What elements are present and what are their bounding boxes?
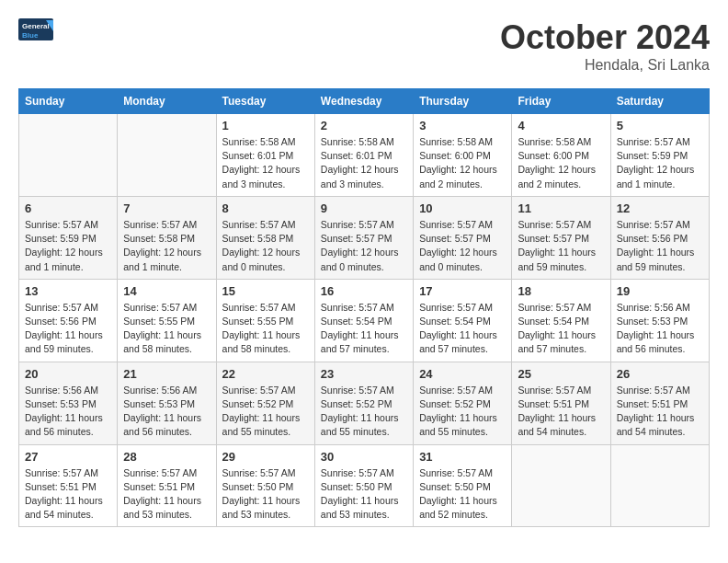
month-title: October 2024 bbox=[500, 18, 710, 57]
day-header: Tuesday bbox=[216, 89, 314, 114]
day-info: Sunrise: 5:57 AM Sunset: 5:51 PM Dayligh… bbox=[123, 466, 210, 523]
calendar-cell: 19Sunrise: 5:56 AM Sunset: 5:53 PM Dayli… bbox=[610, 279, 709, 362]
day-number: 6 bbox=[25, 201, 111, 215]
calendar-cell bbox=[19, 114, 118, 197]
calendar-week: 1Sunrise: 5:58 AM Sunset: 6:01 PM Daylig… bbox=[19, 114, 710, 197]
calendar-cell: 12Sunrise: 5:57 AM Sunset: 5:56 PM Dayli… bbox=[610, 196, 709, 279]
day-info: Sunrise: 5:57 AM Sunset: 5:52 PM Dayligh… bbox=[419, 384, 506, 440]
day-info: Sunrise: 5:58 AM Sunset: 6:00 PM Dayligh… bbox=[419, 135, 506, 191]
day-info: Sunrise: 5:57 AM Sunset: 5:58 PM Dayligh… bbox=[123, 218, 210, 274]
page-header: General Blue October 2024 Hendala, Sri L… bbox=[18, 18, 710, 74]
calendar-cell: 10Sunrise: 5:57 AM Sunset: 5:57 PM Dayli… bbox=[414, 196, 512, 279]
calendar-week: 13Sunrise: 5:57 AM Sunset: 5:56 PM Dayli… bbox=[19, 279, 710, 362]
day-header: Sunday bbox=[19, 89, 118, 114]
day-info: Sunrise: 5:57 AM Sunset: 5:50 PM Dayligh… bbox=[321, 466, 407, 523]
calendar-cell: 15Sunrise: 5:57 AM Sunset: 5:55 PM Dayli… bbox=[216, 279, 314, 362]
day-header: Monday bbox=[118, 89, 216, 114]
calendar-week: 27Sunrise: 5:57 AM Sunset: 5:51 PM Dayli… bbox=[19, 444, 710, 527]
calendar-cell: 2Sunrise: 5:58 AM Sunset: 6:01 PM Daylig… bbox=[314, 114, 413, 197]
calendar-week: 20Sunrise: 5:56 AM Sunset: 5:53 PM Dayli… bbox=[19, 362, 710, 444]
calendar-cell: 4Sunrise: 5:58 AM Sunset: 6:00 PM Daylig… bbox=[512, 114, 610, 197]
day-number: 30 bbox=[321, 450, 407, 464]
day-number: 29 bbox=[222, 450, 309, 464]
day-info: Sunrise: 5:58 AM Sunset: 6:00 PM Dayligh… bbox=[518, 135, 604, 191]
calendar-cell: 23Sunrise: 5:57 AM Sunset: 5:52 PM Dayli… bbox=[314, 362, 413, 444]
calendar-cell: 21Sunrise: 5:56 AM Sunset: 5:53 PM Dayli… bbox=[118, 362, 216, 444]
day-info: Sunrise: 5:58 AM Sunset: 6:01 PM Dayligh… bbox=[321, 135, 407, 191]
day-number: 2 bbox=[321, 119, 407, 132]
calendar-cell: 13Sunrise: 5:57 AM Sunset: 5:56 PM Dayli… bbox=[19, 279, 118, 362]
day-number: 22 bbox=[222, 367, 309, 381]
day-number: 4 bbox=[518, 119, 604, 132]
day-info: Sunrise: 5:57 AM Sunset: 5:51 PM Dayligh… bbox=[617, 384, 703, 440]
day-info: Sunrise: 5:57 AM Sunset: 5:51 PM Dayligh… bbox=[25, 466, 111, 523]
day-number: 15 bbox=[222, 284, 309, 298]
calendar-cell: 17Sunrise: 5:57 AM Sunset: 5:54 PM Dayli… bbox=[414, 279, 512, 362]
day-info: Sunrise: 5:57 AM Sunset: 5:58 PM Dayligh… bbox=[222, 218, 309, 274]
day-number: 28 bbox=[123, 450, 210, 464]
day-number: 1 bbox=[222, 119, 309, 132]
day-info: Sunrise: 5:57 AM Sunset: 5:56 PM Dayligh… bbox=[25, 301, 111, 357]
logo: General Blue bbox=[18, 18, 55, 52]
calendar-cell: 6Sunrise: 5:57 AM Sunset: 5:59 PM Daylig… bbox=[19, 196, 118, 279]
day-number: 16 bbox=[321, 284, 407, 298]
calendar-cell: 3Sunrise: 5:58 AM Sunset: 6:00 PM Daylig… bbox=[414, 114, 512, 197]
calendar-cell bbox=[118, 114, 216, 197]
day-info: Sunrise: 5:58 AM Sunset: 6:01 PM Dayligh… bbox=[222, 135, 309, 191]
calendar-cell: 27Sunrise: 5:57 AM Sunset: 5:51 PM Dayli… bbox=[19, 444, 118, 527]
calendar-week: 6Sunrise: 5:57 AM Sunset: 5:59 PM Daylig… bbox=[19, 196, 710, 279]
svg-text:Blue: Blue bbox=[22, 31, 39, 40]
calendar-cell: 24Sunrise: 5:57 AM Sunset: 5:52 PM Dayli… bbox=[414, 362, 512, 444]
day-number: 13 bbox=[25, 284, 111, 298]
day-info: Sunrise: 5:57 AM Sunset: 5:57 PM Dayligh… bbox=[321, 218, 407, 274]
day-info: Sunrise: 5:56 AM Sunset: 5:53 PM Dayligh… bbox=[123, 384, 210, 440]
day-info: Sunrise: 5:57 AM Sunset: 5:59 PM Dayligh… bbox=[25, 218, 111, 274]
day-number: 18 bbox=[518, 284, 604, 298]
day-number: 20 bbox=[25, 367, 111, 381]
calendar-cell: 29Sunrise: 5:57 AM Sunset: 5:50 PM Dayli… bbox=[216, 444, 314, 527]
day-info: Sunrise: 5:57 AM Sunset: 5:57 PM Dayligh… bbox=[419, 218, 506, 274]
day-number: 19 bbox=[617, 284, 703, 298]
day-number: 8 bbox=[222, 201, 309, 215]
day-info: Sunrise: 5:57 AM Sunset: 5:50 PM Dayligh… bbox=[222, 466, 309, 523]
calendar-table: SundayMondayTuesdayWednesdayThursdayFrid… bbox=[18, 88, 710, 527]
calendar-cell bbox=[610, 444, 709, 527]
day-info: Sunrise: 5:57 AM Sunset: 5:59 PM Dayligh… bbox=[617, 135, 703, 191]
day-header: Friday bbox=[512, 89, 610, 114]
calendar-cell: 1Sunrise: 5:58 AM Sunset: 6:01 PM Daylig… bbox=[216, 114, 314, 197]
calendar-cell: 30Sunrise: 5:57 AM Sunset: 5:50 PM Dayli… bbox=[314, 444, 413, 527]
calendar-cell: 8Sunrise: 5:57 AM Sunset: 5:58 PM Daylig… bbox=[216, 196, 314, 279]
day-info: Sunrise: 5:57 AM Sunset: 5:55 PM Dayligh… bbox=[123, 301, 210, 357]
day-number: 27 bbox=[25, 450, 111, 464]
day-number: 10 bbox=[419, 201, 506, 215]
header-row: SundayMondayTuesdayWednesdayThursdayFrid… bbox=[19, 89, 710, 114]
day-info: Sunrise: 5:57 AM Sunset: 5:54 PM Dayligh… bbox=[321, 301, 407, 357]
day-number: 21 bbox=[123, 367, 210, 381]
day-info: Sunrise: 5:56 AM Sunset: 5:53 PM Dayligh… bbox=[617, 301, 703, 357]
day-number: 11 bbox=[518, 201, 604, 215]
calendar-cell: 7Sunrise: 5:57 AM Sunset: 5:58 PM Daylig… bbox=[118, 196, 216, 279]
calendar-cell: 22Sunrise: 5:57 AM Sunset: 5:52 PM Dayli… bbox=[216, 362, 314, 444]
day-number: 9 bbox=[321, 201, 407, 215]
calendar-cell: 18Sunrise: 5:57 AM Sunset: 5:54 PM Dayli… bbox=[512, 279, 610, 362]
day-header: Saturday bbox=[610, 89, 709, 114]
day-number: 5 bbox=[617, 119, 703, 132]
day-info: Sunrise: 5:57 AM Sunset: 5:57 PM Dayligh… bbox=[518, 218, 604, 274]
day-info: Sunrise: 5:56 AM Sunset: 5:53 PM Dayligh… bbox=[25, 384, 111, 440]
location: Hendala, Sri Lanka bbox=[500, 57, 710, 74]
calendar-cell: 20Sunrise: 5:56 AM Sunset: 5:53 PM Dayli… bbox=[19, 362, 118, 444]
calendar-cell: 11Sunrise: 5:57 AM Sunset: 5:57 PM Dayli… bbox=[512, 196, 610, 279]
calendar-cell: 16Sunrise: 5:57 AM Sunset: 5:54 PM Dayli… bbox=[314, 279, 413, 362]
calendar-cell: 9Sunrise: 5:57 AM Sunset: 5:57 PM Daylig… bbox=[314, 196, 413, 279]
day-number: 3 bbox=[419, 119, 506, 132]
day-info: Sunrise: 5:57 AM Sunset: 5:54 PM Dayligh… bbox=[419, 301, 506, 357]
title-block: October 2024 Hendala, Sri Lanka bbox=[500, 18, 710, 74]
day-info: Sunrise: 5:57 AM Sunset: 5:51 PM Dayligh… bbox=[518, 384, 604, 440]
calendar-cell: 25Sunrise: 5:57 AM Sunset: 5:51 PM Dayli… bbox=[512, 362, 610, 444]
day-header: Thursday bbox=[414, 89, 512, 114]
calendar-cell: 5Sunrise: 5:57 AM Sunset: 5:59 PM Daylig… bbox=[610, 114, 709, 197]
day-number: 26 bbox=[617, 367, 703, 381]
logo-icon: General Blue bbox=[18, 18, 55, 52]
day-number: 14 bbox=[123, 284, 210, 298]
day-info: Sunrise: 5:57 AM Sunset: 5:50 PM Dayligh… bbox=[419, 466, 506, 523]
